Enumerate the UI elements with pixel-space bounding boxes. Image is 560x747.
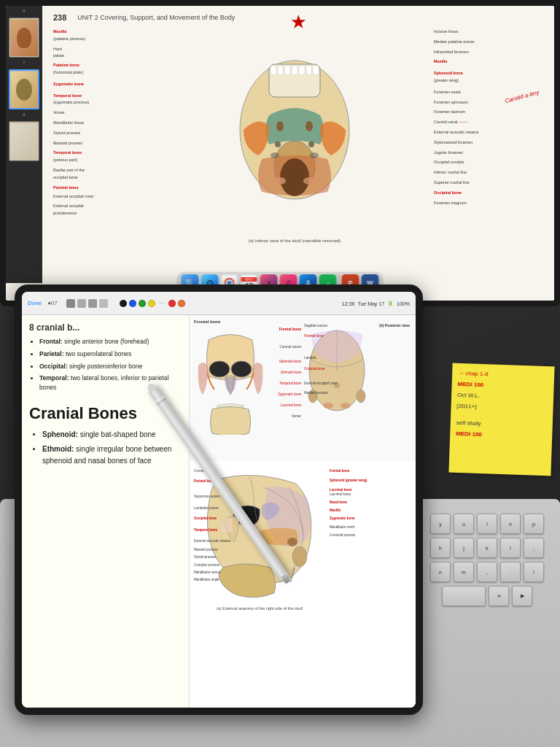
ipad-toolbar: Done ●07 12:36 Tue Ma bbox=[22, 292, 416, 315]
color-orange[interactable] bbox=[178, 300, 185, 307]
label-median-palatine: Median palatine suture bbox=[434, 38, 543, 45]
svg-rect-8 bbox=[313, 66, 319, 74]
sticky-note: → chap 1-8 MEDI 100 Oct W.L. [2011+] sel… bbox=[448, 363, 554, 476]
label-mastoid-proc: Mastoid process bbox=[304, 391, 328, 395]
battery-percent: 100% bbox=[397, 301, 410, 306]
label-ext-acoustic: External acoustic meatus bbox=[434, 128, 543, 136]
label-sphenoid-diag: Sphenoid bone bbox=[279, 360, 301, 363]
label-mastoid: Mastoid process bbox=[53, 139, 155, 147]
ipad-time: 12:36 bbox=[342, 301, 355, 306]
tool-pen[interactable] bbox=[66, 299, 75, 308]
right-key-dot-r[interactable]: . bbox=[500, 562, 521, 582]
screen-content: 6 7 8 ★ 238 UNIT 2 bbox=[6, 6, 554, 301]
skull-inferior-svg bbox=[233, 42, 357, 217]
thumbnail-sidebar: 6 7 8 bbox=[6, 6, 42, 283]
color-black[interactable] bbox=[120, 300, 127, 307]
right-key-p[interactable]: p bbox=[524, 514, 544, 534]
tool-marker[interactable] bbox=[77, 299, 86, 308]
label-jugular: Jugular foramen bbox=[434, 149, 543, 156]
label-basilar: Basilar part of theoccipital bone bbox=[53, 166, 155, 181]
ll-ext-acoustic: External acoustic meatus bbox=[194, 539, 230, 543]
skull-posterior-view: Sagittal suture Parietal bone Lambda Occ… bbox=[304, 320, 411, 457]
label-sup-nuchal: Superior nuchal line bbox=[434, 179, 543, 186]
skull-labels-right: Incisive fossa Median palatine suture In… bbox=[434, 28, 543, 232]
label-vomer-diag: Vomer bbox=[292, 414, 301, 418]
right-key-j[interactable]: j bbox=[454, 538, 474, 558]
color-green[interactable] bbox=[139, 300, 146, 307]
right-key-m[interactable]: m bbox=[454, 562, 474, 582]
thumbnail-7[interactable] bbox=[9, 69, 39, 109]
label-mandibular: Mandibular fossa bbox=[53, 119, 155, 126]
sticky-line-1: → chap 1-8 bbox=[458, 369, 548, 381]
ipad-notes-panel: 8 cranial b... Frontal: single anterior … bbox=[22, 315, 190, 708]
ll-mand-angle: Mandibular angle bbox=[194, 578, 230, 582]
svg-point-18 bbox=[303, 177, 315, 185]
ll-lambdoid: Lambdoid suture bbox=[194, 506, 230, 511]
sticky-line-6: MEDI 100 bbox=[456, 430, 546, 441]
right-row-2: h j k l ; bbox=[421, 538, 553, 558]
ipad-top-diagrams: Frontal bone bbox=[190, 315, 416, 461]
label-extoccipital: External occipital crest bbox=[53, 193, 155, 200]
laptop-screen: 6 7 8 ★ 238 UNIT 2 bbox=[0, 0, 560, 306]
right-row-3: n m , . / bbox=[421, 562, 553, 582]
rl-frontal: Frontal bone bbox=[330, 469, 411, 474]
svg-point-16 bbox=[280, 158, 309, 196]
page-number: 238 bbox=[53, 13, 66, 22]
color-yellow[interactable] bbox=[148, 300, 155, 307]
tool-eraser[interactable] bbox=[99, 299, 108, 308]
right-key-space[interactable] bbox=[442, 586, 486, 606]
label-palatine: Palatine bone (horizontal plate) bbox=[53, 61, 155, 76]
right-key-right[interactable]: ▶ bbox=[512, 586, 532, 606]
tool-pencil[interactable] bbox=[88, 299, 97, 308]
rl-maxilla: Maxilla bbox=[330, 508, 411, 514]
notes-list: Frontal: single anterior bone (forehead)… bbox=[29, 337, 182, 392]
label-zygomatic-diag: Zygomatic bone bbox=[278, 392, 301, 396]
ipad-status-bar: 12:36 Tue May 17 🔋 100% bbox=[342, 292, 410, 315]
svg-point-10 bbox=[276, 121, 284, 131]
battery-icon: 🔋 bbox=[387, 301, 394, 306]
svg-point-26 bbox=[323, 403, 333, 409]
thumbnail-8[interactable] bbox=[9, 121, 39, 161]
color-palette bbox=[120, 300, 185, 307]
right-key-l[interactable]: l bbox=[500, 538, 521, 558]
skull-image-center: (a) Inferior view of the skull (mandible… bbox=[163, 28, 427, 232]
toolbar-tools bbox=[66, 299, 108, 308]
right-key-semi-r[interactable]: ; bbox=[524, 538, 544, 558]
lateral-caption: (a) External anatomy of the right side o… bbox=[194, 606, 325, 611]
label-posterior-occipital: Occipital bone bbox=[304, 367, 325, 371]
label-styloid: Styloid process bbox=[53, 129, 155, 136]
color-blue[interactable] bbox=[129, 300, 136, 307]
right-key-k[interactable]: k bbox=[477, 538, 497, 558]
ipad-day: Tue May 17 bbox=[357, 301, 384, 306]
svg-point-12 bbox=[275, 142, 281, 147]
thumb-label-6: 6 bbox=[9, 9, 39, 13]
right-key-o[interactable]: o bbox=[500, 514, 521, 534]
right-key-n[interactable]: n bbox=[430, 562, 451, 582]
svg-point-27 bbox=[341, 403, 351, 409]
cranial-item-ethmoid: Ethmoid: single irregular bone between s… bbox=[42, 444, 182, 467]
right-key-i[interactable]: i bbox=[477, 514, 497, 534]
color-red[interactable] bbox=[168, 300, 176, 307]
label-extoccipital-prot: External occipitalprotuberance bbox=[53, 202, 155, 217]
svg-point-21 bbox=[209, 361, 230, 377]
unit-title: UNIT 2 Covering, Support, and Movement o… bbox=[77, 14, 235, 21]
rl-zygomatic: Zygomatic bone bbox=[330, 516, 411, 522]
right-key-cmd-r2[interactable]: ⌘ bbox=[489, 586, 509, 606]
label-sphenoid: Sphenoid bone (greater wing) bbox=[434, 69, 543, 84]
svg-point-13 bbox=[308, 142, 314, 147]
done-button[interactable]: Done bbox=[28, 300, 42, 306]
label-zygomatic: Zygomatic bone bbox=[53, 80, 155, 88]
label-coronal-suture-diag: Coronal suture bbox=[279, 345, 301, 349]
right-key-comma-r[interactable]: , bbox=[477, 562, 497, 582]
note-item-frontal: Frontal: single anterior bone (forehead) bbox=[39, 337, 182, 347]
right-key-h[interactable]: h bbox=[430, 538, 451, 558]
right-key-y[interactable]: y bbox=[430, 514, 451, 534]
label-vomer: Vomer bbox=[53, 109, 155, 116]
right-key-slash-r[interactable]: / bbox=[524, 562, 544, 582]
rl-coronoid: Coronoid process bbox=[330, 533, 411, 538]
label-stylomastoid: Stylomastoid foramen bbox=[434, 139, 543, 146]
label-temporal-diag: Temporal bone bbox=[279, 382, 301, 385]
thumbnail-6[interactable] bbox=[9, 18, 39, 58]
color-divider bbox=[159, 303, 165, 303]
right-key-u[interactable]: u bbox=[454, 514, 474, 534]
